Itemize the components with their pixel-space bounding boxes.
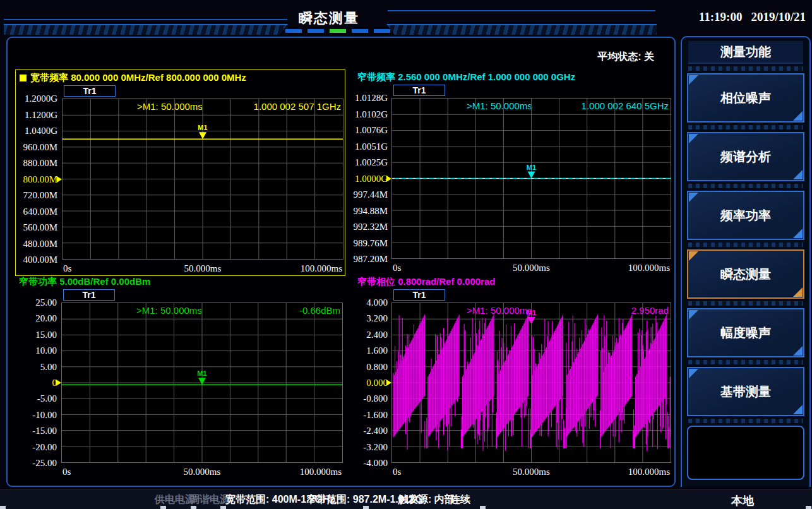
x-tick: 100.000ms — [628, 467, 670, 477]
y-tick-label: -5.00 — [37, 393, 57, 404]
y-tick-label: 989.76M — [353, 237, 388, 248]
trace-button[interactable]: Tr1 — [64, 85, 116, 97]
svg-text:M1: M1 — [197, 369, 206, 377]
dash — [307, 29, 324, 33]
x-axis: 0s 50.000ms 100.000ms — [391, 263, 671, 274]
sidebar-menu: 测量功能 相位噪声频谱分析频率功率瞬态测量幅度噪声基带测量 — [681, 36, 811, 487]
ref-level-arrow-icon — [386, 176, 391, 182]
main-chart-area: 平均状态: 关 宽带频率 80.000 000 0MHz/Ref 800.000… — [6, 37, 676, 487]
y-tick-label: -20.00 — [32, 441, 57, 452]
y-tick-label: 5.00 — [40, 361, 57, 372]
y-tick-label: 1.0128G — [355, 93, 388, 104]
title-underline-dashes — [285, 29, 393, 33]
plot-area[interactable]: >M1: 50.000ms 1.000 002 507 1GHz M1 — [62, 99, 343, 260]
sidebar-separator — [688, 360, 803, 364]
dash-active — [330, 29, 346, 33]
y-axis: 1.0128G1.0102G1.0076G1.0051G1.0025G1.000… — [354, 98, 389, 259]
y-tick-label: 1.2000G — [25, 93, 57, 104]
sidebar-item-spectrum-analysis[interactable]: 频谱分析 — [687, 132, 804, 181]
ref-level-arrow-icon — [57, 176, 62, 183]
ref-level-arrow-icon — [386, 380, 391, 386]
x-tick: 50.000ms — [513, 467, 550, 477]
x-tick: 50.000ms — [184, 263, 222, 274]
sidebar-item-label: 瞬态测量 — [720, 267, 771, 281]
dash — [352, 29, 368, 33]
top-accent-line-right — [388, 10, 655, 11]
x-tick: 100.000ms — [300, 467, 342, 477]
bottom-tick — [191, 506, 196, 509]
y-tick-label: 3.200 — [366, 313, 388, 324]
sidebar-item-label: 基带测量 — [720, 385, 771, 398]
y-tick-label: -0.800 — [363, 393, 388, 404]
trace-svg: M1 — [392, 303, 671, 462]
sidebar-item-label: 频率功率 — [720, 208, 771, 222]
x-tick: 50.000ms — [184, 467, 221, 477]
chart-narrowband-power: 窄带功率 5.00dB/Ref 0.00dBm Tr1 25.0020.0015… — [15, 274, 345, 482]
sidebar-item-empty[interactable] — [687, 426, 804, 480]
y-tick-label: 1.0000G — [355, 173, 388, 184]
y-tick-label: 15.00 — [35, 329, 57, 340]
y-tick-label: 1.1200G — [25, 109, 57, 120]
y-tick-label: 992.32M — [353, 222, 388, 232]
svg-text:M1: M1 — [527, 309, 536, 316]
time-text: 11:19:00 — [699, 10, 743, 23]
y-tick-label: 480.00M — [23, 238, 57, 249]
y-tick-label: 0.000 — [366, 378, 388, 388]
sidebar-item-label: 频谱分析 — [720, 150, 771, 164]
chart-title: 宽带频率 80.000 000 0MHz/Ref 800.000 000 0MH… — [20, 72, 246, 84]
trace-svg: M1 — [63, 99, 343, 259]
y-tick-label: -10.00 — [32, 409, 57, 420]
bottom-tick — [0, 506, 6, 509]
plot-area[interactable]: >M1: 50.000ms -0.66dBm M1 — [61, 302, 343, 463]
sidebar-item-label: 幅度噪声 — [720, 326, 771, 340]
page-title: 瞬态测量 — [282, 9, 376, 28]
status-trigger-source: 触发源: 内部 — [398, 493, 455, 506]
y-tick-label: 25.00 — [35, 297, 57, 308]
sidebar-separator — [688, 419, 803, 423]
y-tick-label: 1.0051G — [355, 141, 388, 152]
chart-title: 窄带频率 2.560 000 0MHz/Ref 1.000 000 000 0G… — [357, 71, 575, 83]
bottom-tick — [220, 506, 226, 509]
y-tick-label: 1.600 — [366, 345, 388, 356]
y-tick-label: 4.000 — [366, 297, 388, 308]
plot-area[interactable]: >M1: 50.000ms 2.950rad M1 — [391, 302, 671, 463]
y-tick-label: 20.00 — [35, 313, 57, 324]
sidebar-items: 相位噪声频谱分析频率功率瞬态测量幅度噪声基带测量 — [687, 66, 804, 480]
x-tick: 0s — [63, 467, 71, 477]
x-tick: 50.000ms — [513, 263, 550, 273]
x-tick: 0s — [393, 467, 401, 477]
trace-button[interactable]: Tr1 — [393, 289, 445, 301]
x-axis: 0s 50.000ms 100.000ms — [391, 467, 671, 478]
y-tick-label: -3.200 — [363, 441, 388, 452]
sidebar-item-baseband-measure[interactable]: 基带测量 — [687, 367, 804, 416]
sidebar-item-label: 相位噪声 — [720, 91, 771, 105]
y-tick-label: -15.00 — [32, 426, 57, 436]
svg-text:M1: M1 — [527, 164, 536, 171]
y-tick-label: -1.600 — [363, 409, 388, 420]
trace-button[interactable]: Tr1 — [393, 85, 445, 96]
sidebar-item-frequency-power[interactable]: 频率功率 — [687, 191, 804, 240]
sidebar-item-transient-measure[interactable]: 瞬态测量 — [687, 249, 804, 299]
sidebar-item-amplitude-noise[interactable]: 幅度噪声 — [687, 308, 804, 357]
y-tick-label: 1.0025G — [355, 157, 388, 168]
sidebar-separator — [688, 184, 803, 188]
active-chart-square-icon — [20, 75, 27, 81]
y-tick-label: 994.88M — [353, 205, 388, 216]
bottom-tick — [160, 506, 166, 509]
hatch-band-right — [386, 24, 657, 35]
date-text: 2019/10/21 — [751, 10, 806, 23]
trace-svg: M1 — [62, 303, 342, 462]
trace-button[interactable]: Tr1 — [63, 289, 115, 301]
dash — [374, 29, 390, 33]
dash — [285, 29, 302, 33]
sidebar-separator — [688, 66, 803, 71]
sidebar-item-phase-noise[interactable]: 相位噪声 — [687, 73, 804, 123]
plot-area[interactable]: >M1: 50.000ms 1.000 002 640 5GHz M1 — [391, 98, 671, 259]
x-tick: 100.000ms — [301, 263, 342, 274]
sidebar-separator — [688, 243, 803, 247]
svg-text:M1: M1 — [198, 124, 207, 131]
hatch-band-left — [4, 24, 288, 35]
local-mode-label: 本地 — [731, 493, 754, 508]
y-tick-label: 997.44M — [353, 189, 388, 200]
y-tick-label: 987.20M — [353, 254, 388, 265]
